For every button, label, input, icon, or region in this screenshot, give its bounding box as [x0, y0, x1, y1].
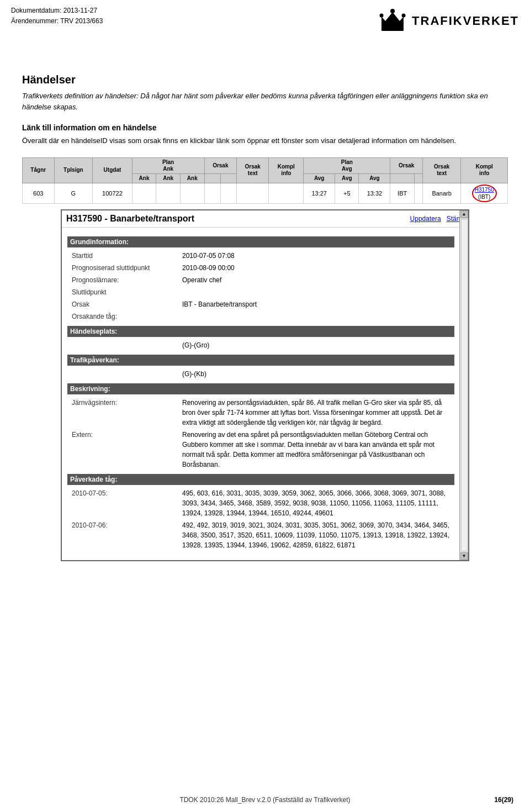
col-orsak-text2: Orsaktext: [422, 157, 461, 183]
value-sluttid: [182, 287, 450, 297]
label-trafikpaverkan: [72, 369, 182, 379]
table-header-row-1: Tågnr Tplsign Utgdat PlanAnk Orsak Orsak…: [23, 157, 508, 173]
cell-ank2: [180, 183, 204, 203]
svg-marker-1: [381, 12, 404, 27]
scrollbar-track[interactable]: [461, 219, 468, 551]
value-trafikpaverkan: (G)-(Kb): [182, 369, 450, 379]
label-starttid: Starttid: [72, 251, 182, 261]
col-orsak-d: [414, 173, 422, 183]
col-group-orsak2: Orsak: [390, 157, 422, 173]
row-starttid: Starttid 2010-07-05 07:08: [67, 250, 454, 262]
section-trafikpaverkan: Trafikpåverkan: (G)-(Kb): [67, 355, 454, 380]
cell-orsak-text1: [237, 183, 269, 203]
logo-area: TRAFIKVERKET: [379, 6, 519, 36]
col-avg-orsak: Avg: [359, 173, 390, 183]
event-ibt-label: (IBT): [478, 194, 490, 200]
col-avg: Avg: [335, 173, 359, 183]
col-kompl-info1: Komplinfo: [269, 157, 304, 183]
cell-kompl-info1: [269, 183, 304, 203]
beskrivning-header: Beskrivning:: [67, 383, 454, 394]
row-handelseplats: (G)-(Gro): [67, 339, 454, 351]
cell-orsak4: [414, 183, 422, 203]
row-extern: Extern: Renovering av det ena spåret på …: [67, 429, 454, 471]
label-tag-20100705: 2010-07-05:: [72, 488, 182, 518]
section-beskrivning: Beskrivning: Järnvägsintern: Renovering …: [67, 383, 454, 471]
handelseplats-header: Händelseplats:: [67, 326, 454, 337]
col-group-avg: PlanAvg: [304, 157, 390, 173]
main-content: Händelser Trafikverkets definition av hä…: [0, 62, 530, 583]
intro-paragraph: Trafikverkets definition av händelser: D…: [22, 91, 508, 112]
event-id-link[interactable]: H31750: [475, 187, 494, 193]
label-prognoslarnare: Prognoslärnare:: [72, 275, 182, 285]
value-prognoslarnare: Operativ chef: [182, 275, 450, 285]
cell-plan-ank: [132, 183, 156, 203]
cell-plan-avg: 13:27: [304, 183, 335, 203]
trafikpaverkan-header: Trafikpåverkan:: [67, 355, 454, 366]
section-paverkade-tag: Påverkade tåg: 2010-07-05: 495, 603, 616…: [67, 474, 454, 551]
paverkade-tag-header: Påverkade tåg:: [67, 474, 454, 485]
col-group-orsak1: Orsak: [204, 157, 236, 173]
page-title: Händelser: [22, 73, 508, 86]
scrollbar-up-button[interactable]: ▲: [460, 210, 468, 218]
col-orsak-b: [220, 173, 236, 183]
svg-rect-0: [381, 27, 404, 31]
popup-update-link[interactable]: Uppdatera: [410, 215, 441, 223]
value-orsak: IBT - Banarbete/transport: [182, 299, 450, 309]
section-handelseplats: Händelseplats: (G)-(Gro): [67, 326, 454, 351]
popup-title-bar: H317590 - Banarbete/transport Uppdatera …: [62, 210, 468, 228]
col-orsak-text1: Orsaktext: [237, 157, 269, 183]
label-sluttid: Sluttidpunkt: [72, 287, 182, 297]
cell-kompl-info2[interactable]: H31750 (IBT): [461, 183, 508, 203]
grundinformation-header: Grundinformation:: [67, 236, 454, 247]
row-tag-20100705: 2010-07-05: 495, 603, 616, 3031, 3035, 3…: [67, 487, 454, 519]
label-orsak: Orsak: [72, 299, 182, 309]
event-detail-popup: ▲ ▼ H317590 - Banarbete/transport Uppdat…: [61, 209, 469, 561]
value-tag-20100706: 492, 492, 3019, 3019, 3021, 3024, 3031, …: [182, 520, 450, 550]
popup-actions: Uppdatera Stäng: [410, 215, 464, 223]
value-prognos-slut: 2010-08-09 00:00: [182, 263, 450, 273]
cell-orsak-text2: Banarb: [422, 183, 461, 203]
section-grundinformation: Grundinformation: Starttid 2010-07-05 07…: [67, 236, 454, 323]
col-group-ank: PlanAnk: [132, 157, 204, 173]
col-tplsign: Tplsign: [54, 157, 93, 183]
col-utgdat: Utgdat: [93, 157, 132, 183]
value-starttid: 2010-07-05 07:08: [182, 251, 450, 261]
row-orsakande-tag: Orsakande tåg:: [67, 310, 454, 323]
col-orsak-a: [204, 173, 220, 183]
col-plan-ank: Ank: [132, 173, 156, 183]
cell-orsak3: IBT: [390, 183, 414, 203]
table-row: 603 G 100722 13:27 +5 13:32 IBT Banarb: [23, 183, 508, 203]
popup-title: H317590 - Banarbete/transport: [66, 214, 194, 224]
popup-scrollbar[interactable]: ▲ ▼: [459, 210, 468, 560]
value-tag-20100705: 495, 603, 616, 3031, 3035, 3039, 3059, 3…: [182, 488, 450, 518]
svg-point-3: [380, 14, 384, 18]
row-prognos-slut: Prognosiserad sluttidpunkt 2010-08-09 00…: [67, 262, 454, 274]
link-section-body: Överallt där en händelseID visas som ors…: [22, 135, 508, 146]
cell-utgdat: 100722: [93, 183, 132, 203]
link-section-title: Länk till information om en händelse: [22, 123, 508, 132]
col-ank-orsak: Ank: [180, 173, 204, 183]
cell-orsak2: [220, 183, 236, 203]
footer-text: TDOK 2010:26 Mall_Brev v.2.0 (Fastställd…: [179, 796, 350, 804]
data-table-wrapper: Tågnr Tplsign Utgdat PlanAnk Orsak Orsak…: [22, 157, 508, 204]
page-number: 16(29): [494, 796, 513, 804]
col-plan-avg: Avg: [304, 173, 335, 183]
label-handelseplats: [72, 340, 182, 350]
cell-tplsign: G: [54, 183, 93, 203]
row-trafikpaverkan: (G)-(Kb): [67, 368, 454, 380]
trafikverket-crown-icon: [379, 6, 406, 36]
col-tagnr: Tågnr: [23, 157, 55, 183]
page-footer: TDOK 2010:26 Mall_Brev v.2.0 (Fastställd…: [0, 796, 530, 804]
cell-tagnr: 603: [23, 183, 55, 203]
logo-text: TRAFIKVERKET: [412, 14, 519, 28]
scrollbar-down-button[interactable]: ▼: [460, 552, 468, 560]
value-orsakande-tag: [182, 312, 450, 321]
event-link-annotation: H31750 (IBT): [472, 184, 497, 202]
value-extern: Renovering av det ena spåret på persontå…: [182, 430, 450, 470]
row-prognoslarnare: Prognoslärnare: Operativ chef: [67, 274, 454, 286]
row-tag-20100706: 2010-07-06: 492, 492, 3019, 3019, 3021, …: [67, 519, 454, 551]
row-sluttid: Sluttidpunkt: [67, 286, 454, 298]
cell-avg2: 13:32: [359, 183, 390, 203]
col-kompl-info2: Komplinfo: [461, 157, 508, 183]
col-orsak-c: [390, 173, 414, 183]
